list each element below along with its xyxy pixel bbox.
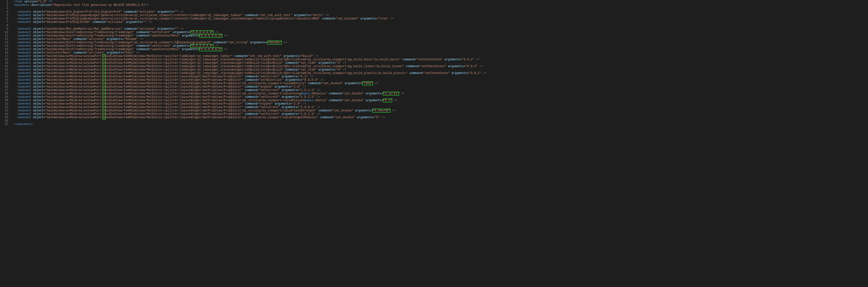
line-number: 34: [0, 112, 8, 116]
line-number: 22: [0, 71, 8, 75]
line-number: 36: [0, 119, 8, 122]
code-line[interactable]: <wsevent object="mainWindow/DockTreeDock…: [10, 48, 868, 51]
code-line[interactable]: <wsevent object="mainWindow/DockTreeDock…: [10, 44, 868, 48]
code-line[interactable]: <wsevent object="mainWindow/PrefDlg/page…: [10, 17, 868, 21]
code-area[interactable]: <?xml version="1.0" ?> <wsevents descrip…: [10, 0, 868, 126]
code-line[interactable]: <wsevent object="mainWindow/wsMdiArea/ws…: [10, 71, 868, 75]
code-line[interactable]: <wsevent object="mainWindow/Std_DlgUserP…: [10, 10, 868, 13]
line-number: 5: [0, 13, 8, 17]
line-number: 35: [0, 116, 8, 119]
code-line[interactable]: <wsevent object="mainWindow/wsMdiArea/ws…: [10, 82, 868, 85]
code-line[interactable]: <wsevent object="mainWindow/PrefDlg/page…: [10, 13, 868, 17]
line-number: 24: [0, 78, 8, 82]
line-number: 25: [0, 82, 8, 85]
code-line[interactable]: <wsevent object="mainWindow/wsMdiArea/ws…: [10, 78, 868, 82]
code-line[interactable]: <wsevent object="mainWindow/wsMdiArea/ws…: [10, 95, 868, 99]
code-line[interactable]: <wsevent object="mainWindow/wsMdiArea/ws…: [10, 116, 868, 119]
code-line[interactable]: <wsevent object="mainWindow/wsMdiArea/ws…: [10, 85, 868, 89]
code-line[interactable]: [10, 24, 868, 27]
line-number: 18: [0, 58, 8, 61]
line-number: 31: [0, 102, 8, 106]
line-number: 12: [0, 37, 8, 41]
line-number: 30: [0, 99, 8, 102]
line-number: 1: [0, 0, 8, 3]
line-number: 27: [0, 89, 8, 92]
code-line[interactable]: <wsevent object="mainWindow/wsMdiArea/ws…: [10, 68, 868, 71]
code-line[interactable]: <wsevent object="mainWindow/Mat_AddMater…: [10, 27, 868, 31]
code-line[interactable]: <wsevent object="mainWindow/wsMdiArea/ws…: [10, 102, 868, 106]
code-line[interactable]: <wsevent object="mainWindow/wsMdiArea/ws…: [10, 89, 868, 92]
code-line[interactable]: [10, 119, 868, 122]
line-number: 37: [0, 122, 8, 126]
code-line[interactable]: <wsevent object="mainWindow/wsMdiArea/ws…: [10, 61, 868, 65]
line-number: 28: [0, 92, 8, 95]
code-line[interactable]: <wsevent object="mainWindow/wsMdiArea/ws…: [10, 55, 868, 58]
line-number: 4: [0, 10, 8, 13]
line-number: 14: [0, 44, 8, 48]
code-line[interactable]: <wsevent object="mainWindow/DockTreeDock…: [10, 34, 868, 37]
line-number: 32: [0, 106, 8, 109]
code-line[interactable]: [10, 7, 868, 10]
line-number: 17: [0, 55, 8, 58]
line-number: 20: [0, 65, 8, 68]
line-number: 29: [0, 95, 8, 99]
code-line[interactable]: <wsevent object="mainWindow/wsMdiArea/ws…: [10, 58, 868, 61]
code-line[interactable]: <wsevent object="mainWindow/PrefDlg/btnO…: [10, 21, 868, 24]
code-line[interactable]: <wsevent object="wsContextMenu" command=…: [10, 37, 868, 41]
code-line[interactable]: <wsevent object="mainWindow/wsMdiArea/ws…: [10, 106, 868, 109]
line-number: 13: [0, 41, 8, 44]
line-number: 26: [0, 85, 8, 89]
line-number: 2: [0, 3, 8, 7]
line-number: 9: [0, 27, 8, 31]
line-number: 10: [0, 31, 8, 34]
line-number: 21: [0, 68, 8, 71]
line-number: 7: [0, 21, 8, 24]
code-line[interactable]: <wsevent object="mainWindow/wsMdiArea/ws…: [10, 109, 868, 112]
code-line[interactable]: </wsevents>: [10, 122, 868, 126]
line-number: 23: [0, 75, 8, 78]
code-line[interactable]: <?xml version="1.0" ?>: [10, 0, 868, 3]
line-number: 15: [0, 48, 8, 51]
code-line[interactable]: <wsevent object="mainWindow/wsMdiArea/ws…: [10, 99, 868, 102]
line-number: 8: [0, 24, 8, 27]
line-number: 3: [0, 7, 8, 10]
line-number: 11: [0, 34, 8, 37]
code-line[interactable]: <wsevents description="Regression test f…: [10, 3, 868, 7]
code-line[interactable]: <wsevent object="mainWindow/DockTreeDock…: [10, 31, 868, 34]
line-number-gutter: 1234567891011121314151617181920212223242…: [0, 0, 10, 126]
code-line[interactable]: <wsevent object="mainWindow/wsMdiArea/ws…: [10, 112, 868, 116]
code-line[interactable]: <wsevent object="mainWindow/DockTreeDock…: [10, 41, 868, 44]
line-number: 33: [0, 109, 8, 112]
code-line[interactable]: <wsevent object="mainWindow/wsMdiArea/ws…: [10, 65, 868, 68]
line-number: 19: [0, 61, 8, 65]
code-editor[interactable]: 1234567891011121314151617181920212223242…: [0, 0, 868, 126]
line-number: 6: [0, 17, 8, 21]
code-line[interactable]: <wsevent object="wsContextMenu" command=…: [10, 51, 868, 55]
code-line[interactable]: <wsevent object="mainWindow/wsMdiArea/ws…: [10, 92, 868, 95]
line-number: 16: [0, 51, 8, 55]
code-line[interactable]: <wsevent object="mainWindow/wsMdiArea/ws…: [10, 75, 868, 78]
